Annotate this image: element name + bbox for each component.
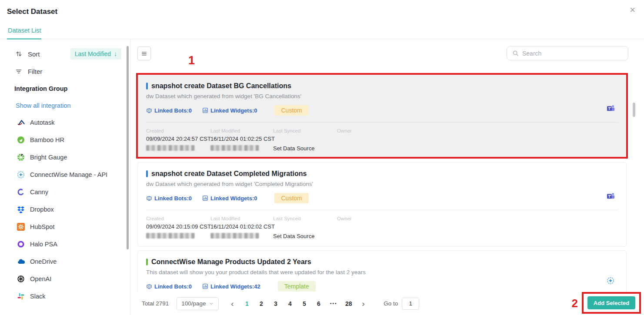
sidebar-item-autotask[interactable]: Autotask xyxy=(0,114,130,131)
goto-page-input[interactable] xyxy=(402,298,419,310)
linked-bots-link[interactable]: Linked Bots:0 xyxy=(146,283,192,290)
add-selected-button[interactable]: Add Selected xyxy=(587,296,635,309)
sidebar-item-label: Slack xyxy=(30,293,45,300)
annotation-step-1: 1 xyxy=(188,54,195,67)
sidebar-item-slack[interactable]: Slack xyxy=(0,288,130,305)
dataset-card[interactable]: ConnectWise Manage Products Updated 2 Ye… xyxy=(137,250,627,298)
connectwise-icon xyxy=(607,277,615,285)
sidebar-item-label: OpenAI xyxy=(30,275,51,282)
hamburger-icon xyxy=(140,50,148,57)
sort-direction-icon: ↓ xyxy=(114,50,117,57)
sidebar-item-bamboo-hr[interactable]: Bamboo HR xyxy=(0,131,130,149)
dataset-description: This dataset will show you your product … xyxy=(146,269,618,275)
sidebar-item-connectwise-manage-api[interactable]: ConnectWise Manage - API xyxy=(0,166,130,183)
close-icon[interactable]: × xyxy=(630,5,635,15)
sidebar-item-label: HubSpot xyxy=(30,223,54,230)
more-pages-icon[interactable]: ••• xyxy=(326,301,341,306)
page-number-28[interactable]: 28 xyxy=(341,300,356,307)
sidebar-item-onedrive[interactable]: OneDrive xyxy=(0,253,130,270)
sidebar-item-hubspot[interactable]: HubSpot xyxy=(0,218,130,235)
annotation-box-1: snapshot create Dataset BG Cancellations… xyxy=(136,73,628,159)
owner-label: Owner xyxy=(337,128,618,133)
sidebar-item-halo-psa[interactable]: Halo PSA xyxy=(0,235,130,253)
linked-bots-label: Linked Bots:0 xyxy=(154,195,192,202)
dataset-type-badge: Custom xyxy=(274,193,308,203)
linked-widgets-label: Linked Widgets:42 xyxy=(210,283,260,290)
slack-icon xyxy=(17,292,25,301)
list-view-toggle-button[interactable] xyxy=(137,46,151,60)
connectwise-icon xyxy=(17,170,25,179)
next-page-button[interactable]: › xyxy=(356,299,370,308)
page-title: Select Dataset xyxy=(7,7,57,16)
linked-widgets-link[interactable]: Linked Widgets:0 xyxy=(202,107,257,114)
bot-icon xyxy=(146,195,152,201)
page-number-4[interactable]: 4 xyxy=(283,300,297,307)
linked-widgets-label: Linked Widgets:0 xyxy=(210,107,257,114)
dataset-description: dw Dataset which generated from widget '… xyxy=(146,93,618,99)
page-number-1[interactable]: 1 xyxy=(240,300,254,307)
linked-bots-label: Linked Bots:0 xyxy=(154,107,192,114)
page-size-select[interactable]: 100/page xyxy=(177,297,219,310)
page-number-3[interactable]: 3 xyxy=(268,300,283,307)
dataset-card[interactable]: snapshot create Dataset Completed Migrat… xyxy=(137,162,627,247)
sidebar-item-dropbox[interactable]: Dropbox xyxy=(0,201,130,218)
dataset-card[interactable]: snapshot create Dataset BG Cancellations… xyxy=(138,75,626,157)
sidebar-item-label: Autotask xyxy=(30,119,54,126)
modifier-name-redacted xyxy=(210,145,259,151)
linked-bots-label: Linked Bots:0 xyxy=(154,283,192,290)
sidebar-item-openai[interactable]: OpenAI xyxy=(0,270,130,288)
dataset-title: snapshot create Dataset Completed Migrat… xyxy=(151,170,307,178)
sidebar-item-label: ConnectWise Manage - API xyxy=(30,171,107,178)
sort-icon xyxy=(14,50,23,57)
page-number-2[interactable]: 2 xyxy=(254,300,268,307)
sidebar-item-bright-gauge[interactable]: Bright Gauge xyxy=(0,149,130,166)
linked-bots-link[interactable]: Linked Bots:0 xyxy=(146,195,192,202)
tab-dataset-list[interactable]: Dataset List xyxy=(7,27,41,40)
linked-bots-link[interactable]: Linked Bots:0 xyxy=(146,107,192,114)
card-accent-bar xyxy=(146,83,148,90)
sidebar-item-label: OneDrive xyxy=(30,258,57,265)
ms-teams-icon xyxy=(607,192,615,200)
sidebar-scrollbar[interactable] xyxy=(127,46,129,249)
show-all-integration-link[interactable]: Show all integration xyxy=(0,97,130,114)
chevron-down-icon xyxy=(209,301,214,306)
created-value: 09/09/2024 20:15:09 CST xyxy=(146,223,210,230)
hubspot-icon xyxy=(17,222,25,231)
total-count: Total 2791 xyxy=(142,300,169,307)
linked-widgets-link[interactable]: Linked Widgets:42 xyxy=(202,283,260,290)
bot-icon xyxy=(146,283,152,289)
sidebar-item-canny[interactable]: Canny xyxy=(0,183,130,201)
card-accent-bar xyxy=(146,170,148,177)
prev-page-button[interactable]: ‹ xyxy=(225,299,240,308)
last-modified-value: 16/11/2024 01:02:25 CST xyxy=(210,136,273,142)
created-label: Created xyxy=(146,128,210,133)
filter-icon xyxy=(14,68,23,75)
page-number-5[interactable]: 5 xyxy=(297,300,311,307)
sort-value: Last Modified xyxy=(75,50,111,57)
filter-row[interactable]: Filter xyxy=(0,63,130,80)
page-size-value: 100/page xyxy=(181,300,206,307)
linked-widgets-link[interactable]: Linked Widgets:0 xyxy=(202,195,257,202)
onedrive-icon xyxy=(17,257,25,266)
ms-teams-icon xyxy=(607,104,615,113)
search-box[interactable] xyxy=(507,46,628,60)
last-synced-label: Last Synced xyxy=(273,128,337,133)
bamboo-hr-icon xyxy=(17,136,25,144)
creator-name-redacted xyxy=(146,145,195,151)
last-synced-label: Last Synced xyxy=(273,216,337,221)
sort-value-dropdown[interactable]: Last Modified ↓ xyxy=(70,48,121,60)
widget-icon xyxy=(202,195,208,201)
set-data-source-link[interactable]: Set Data Source xyxy=(273,233,337,239)
dataset-title: snapshot create Dataset BG Cancellations xyxy=(151,82,291,90)
main-scrollbar[interactable] xyxy=(633,103,635,117)
set-data-source-link[interactable]: Set Data Source xyxy=(273,145,337,152)
sidebar-item-label: Canny xyxy=(30,189,48,196)
sidebar-item-label: Bright Gauge xyxy=(30,154,67,161)
search-input[interactable] xyxy=(522,50,623,57)
sort-row[interactable]: Sort Last Modified ↓ xyxy=(0,45,130,63)
sidebar-item-label: Dropbox xyxy=(30,206,54,213)
annotation-step-2: 2 xyxy=(572,297,578,310)
pagination-bar: Total 2791 100/page ‹ 1 2 3 4 5 6 ••• 28… xyxy=(130,292,644,315)
bot-icon xyxy=(146,107,152,113)
page-number-6[interactable]: 6 xyxy=(311,300,326,307)
